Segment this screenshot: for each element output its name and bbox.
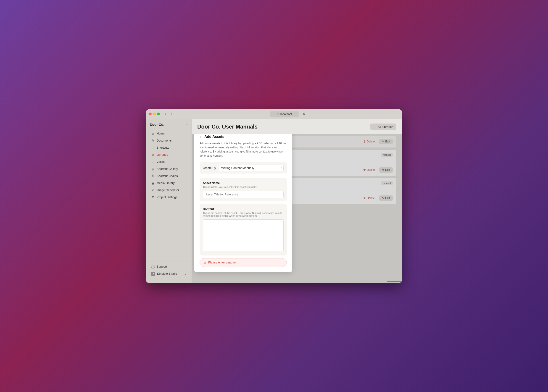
browser-window: ‹ › ⊡ localhost ↻ Door Co. ⌄ ⌂ Home	[146, 109, 402, 283]
brand-toggle[interactable]: Door Co. ⌄	[146, 123, 192, 130]
modal-description: Add more assets to this Library by uploa…	[200, 141, 287, 158]
voices-icon: ♪	[151, 160, 155, 164]
add-assets-modal: ⊕ Add Assets Add more assets to this Lib…	[194, 134, 292, 272]
sidebar: Door Co. ⌄ ⌂ Home ✎ Documents ⚡ Shortcut…	[146, 119, 192, 283]
error-message: Please enter a name.	[208, 261, 237, 264]
main-content: Door Co. User Manuals ← All Libraries 🗑 …	[192, 119, 402, 283]
address-bar[interactable]: ⊡ localhost	[270, 112, 299, 117]
content-title: Content	[203, 207, 284, 211]
minimize-button[interactable]	[153, 112, 156, 115]
brand-chevron-icon: ⌄	[186, 123, 188, 126]
shortcut-gallery-icon: ◎	[151, 167, 155, 171]
create-by-select-wrapper: Writing Content Manually Upload PDF URL …	[219, 165, 284, 171]
all-libraries-button[interactable]: ← All Libraries	[370, 124, 396, 130]
sidebar-item-shortcut-gallery[interactable]: ◎ Shortcut Gallery	[148, 166, 190, 172]
create-by-row: Create By Writing Content Manually Uploa…	[200, 162, 287, 174]
page-title: Door Co. User Manuals	[197, 124, 258, 130]
sidebar-item-media-library[interactable]: ▣ Media Library	[148, 180, 190, 187]
content-area: 🗑 Delete ✎ Edit The Door Co. "Sl	[192, 134, 402, 283]
sidebar-item-home[interactable]: ⌂ Home	[148, 130, 190, 137]
traffic-lights	[149, 112, 160, 115]
sidebar-label-shortcut-chains: Shortcut Chains	[157, 174, 178, 178]
sidebar-label-documents: Documents	[157, 139, 172, 142]
image-generator-icon: ✐	[151, 188, 155, 192]
brand-name: Door Co.	[150, 123, 164, 126]
content-section: Content This is the content of the asset…	[200, 204, 287, 255]
close-button[interactable]	[149, 112, 152, 115]
scrollbar[interactable]	[387, 281, 401, 282]
sidebar-item-project-settings[interactable]: ⚙ Project Settings	[148, 194, 190, 201]
content-textarea[interactable]	[203, 219, 284, 251]
modal-header: ⊕ Add Assets	[200, 135, 287, 139]
back-arrow-icon: ←	[373, 125, 376, 129]
browser-chrome: ‹ › ⊡ localhost ↻	[146, 109, 402, 119]
refresh-button[interactable]: ↻	[301, 111, 307, 117]
documents-icon: ✎	[151, 139, 155, 142]
sidebar-item-libraries[interactable]: ◈ Libraries	[148, 151, 190, 158]
asset-name-title: Asset Name	[203, 181, 284, 185]
sidebar-label-shortcut-gallery: Shortcut Gallery	[157, 167, 178, 171]
create-by-label: Create By	[203, 166, 216, 170]
sidebar-item-shortcut-chains[interactable]: ⛓ Shortcut Chains	[148, 173, 190, 179]
sidebar-item-voices[interactable]: ♪ Voices	[148, 158, 190, 165]
workspace-avatar: S	[151, 272, 155, 276]
workspace-name: Dirigible Studio	[157, 272, 177, 275]
sidebar-bottom: ? Support S Dirigible Studio ⌄	[146, 261, 192, 279]
libraries-icon: ◈	[151, 153, 155, 157]
sidebar-label-support: Support	[157, 265, 167, 268]
modal-title: Add Assets	[204, 135, 224, 139]
sidebar-item-documents[interactable]: ✎ Documents	[148, 137, 190, 144]
forward-button[interactable]: ›	[169, 111, 175, 117]
all-libraries-label: All Libraries	[378, 125, 393, 129]
sidebar-label-image-generator: Image Generator	[157, 188, 179, 192]
error-banner: ⚠ Please enter a name.	[200, 258, 287, 267]
shortcuts-icon: ⚡	[151, 146, 155, 150]
address-bar-wrap: ⊡ localhost ↻	[177, 111, 399, 117]
create-by-select[interactable]: Writing Content Manually Upload PDF URL	[219, 165, 284, 171]
content-description: This is the content of the asset. This i…	[203, 212, 284, 217]
address-icon: ⊡	[277, 112, 279, 116]
support-icon: ?	[151, 265, 155, 268]
warning-icon: ⚠	[204, 261, 206, 264]
url-text: localhost	[280, 112, 292, 116]
sidebar-label-libraries: Libraries	[157, 153, 168, 156]
sidebar-label-project-settings: Project Settings	[157, 196, 177, 199]
app-layout: Door Co. ⌄ ⌂ Home ✎ Documents ⚡ Shortcut…	[146, 119, 402, 283]
sidebar-nav: ⌂ Home ✎ Documents ⚡ Shortcuts ◈ Librari…	[146, 130, 192, 259]
sidebar-label-media-library: Media Library	[157, 181, 175, 185]
add-assets-icon: ⊕	[200, 135, 203, 139]
nav-arrows: ‹ ›	[162, 111, 175, 117]
back-button[interactable]: ‹	[162, 111, 168, 117]
asset-name-section: Asset Name This is just for you to ident…	[200, 178, 287, 201]
sidebar-item-support[interactable]: ? Support	[148, 263, 190, 270]
home-icon: ⌂	[151, 132, 155, 135]
workspace-chevron-icon: ⌄	[184, 272, 187, 275]
asset-name-description: This is just for you to identify this as…	[203, 186, 284, 188]
shortcut-chains-icon: ⛓	[151, 174, 155, 178]
sidebar-label-voices: Voices	[157, 160, 165, 163]
media-library-icon: ▣	[151, 181, 155, 185]
sidebar-label-shortcuts: Shortcuts	[157, 146, 169, 149]
sidebar-item-shortcuts[interactable]: ⚡ Shortcuts	[148, 144, 190, 151]
sidebar-item-image-generator[interactable]: ✐ Image Generator	[148, 187, 190, 194]
maximize-button[interactable]	[157, 112, 160, 115]
workspace-toggle[interactable]: S Dirigible Studio ⌄	[148, 270, 190, 277]
sidebar-label-home: Home	[157, 132, 165, 135]
page-header: Door Co. User Manuals ← All Libraries	[192, 119, 402, 134]
asset-name-input[interactable]	[203, 191, 284, 198]
project-settings-icon: ⚙	[151, 196, 155, 199]
